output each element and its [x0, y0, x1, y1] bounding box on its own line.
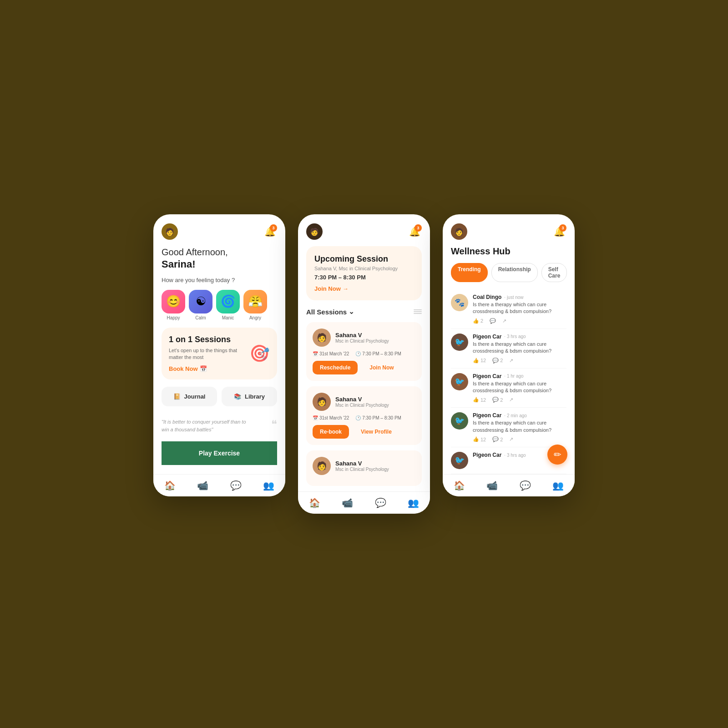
happy-icon: 😊 [162, 290, 185, 313]
comment-action-3[interactable]: 💬 2 [492, 397, 503, 403]
session-card-3: 🧑 Sahana V Msc in Clinical Psychology [306, 450, 422, 486]
play-exercise-button[interactable]: Play Exercise [162, 441, 277, 465]
post-avatar-5: 🐦 [451, 452, 468, 469]
comment-icon-3: 💬 [492, 397, 499, 403]
quote-text: "It is better to conquer yourself than t… [162, 418, 254, 433]
mood-angry[interactable]: 😤 Angry [243, 290, 267, 320]
session-meta-1: 📅 31st March '22 🕐 7:30 PM – 8:30 PM [313, 351, 415, 356]
post-time-3: · 1 hr ago [504, 374, 523, 379]
scroll-icon [414, 309, 422, 314]
post-actions-3: 👍 12 💬 2 ↗ [473, 397, 566, 403]
nav-chat-2[interactable]: 💬 [375, 497, 386, 508]
notification-bell[interactable]: 🔔 3 [263, 224, 277, 239]
upcoming-time: 7:30 PM – 8:30 PM [314, 274, 414, 281]
comment-icon-2: 💬 [492, 358, 499, 364]
post-time-5: · 3 hrs ago [504, 453, 526, 458]
post-text-3: Is there a therapy which can cure crossd… [473, 380, 566, 394]
clock-meta-icon-1: 🕐 7:30 PM – 8:30 PM [355, 351, 401, 356]
sessions-bottom-nav: 🏠 📹 💬 👥 [298, 491, 430, 514]
post-time-4: · 2 min ago [504, 413, 526, 418]
post-avatar-1: 🐾 [451, 294, 468, 311]
mood-happy-label: Happy [167, 315, 180, 320]
notification-bell-3[interactable]: 🔔 3 [552, 224, 566, 239]
share-action-1[interactable]: ↗ [502, 318, 506, 324]
all-sessions-title: All Sessions ⌄ [306, 308, 354, 316]
upcoming-session-card: Upcoming Session Sahana V, Msc in Clinic… [306, 246, 422, 300]
wellness-bottom-nav: 🏠 📹 💬 👥 [443, 474, 575, 496]
how-feeling-label: How are you feeling today ? [162, 277, 277, 283]
post-text-4: Is there a therapy which can cure crossd… [473, 420, 566, 434]
nav-people-2[interactable]: 👥 [408, 497, 419, 508]
tab-self-care[interactable]: Self Care [541, 263, 567, 282]
share-icon-2: ↗ [509, 358, 513, 364]
nav-video-3[interactable]: 📹 [486, 480, 498, 491]
mood-calm-label: Calm [195, 315, 206, 320]
post-actions-4: 👍 12 💬 2 ↗ [473, 436, 566, 442]
notif-badge-2: 3 [415, 224, 422, 232]
thumbs-up-icon: 👍 [473, 318, 479, 324]
sessions-header: 🧑 🔔 3 [306, 223, 422, 240]
therapist-title-1: Msc in Clinical Psychology [335, 339, 389, 344]
comment-action-2[interactable]: 💬 2 [492, 358, 503, 364]
journal-icon: 📔 [173, 393, 181, 400]
thumbs-up-icon-3: 👍 [473, 397, 479, 403]
like-action-2[interactable]: 👍 12 [473, 358, 486, 364]
home-bottom-nav: 🏠 📹 💬 👥 [153, 474, 285, 496]
share-action-3[interactable]: ↗ [509, 397, 513, 403]
arrow-right-icon: → [343, 285, 349, 292]
comment-icon: 💬 [490, 318, 496, 324]
nav-chat-3[interactable]: 💬 [520, 480, 531, 491]
user-avatar[interactable]: 🧑 [162, 223, 178, 240]
greeting-text: Good Afternoon, Sarina! [162, 246, 277, 271]
mood-happy[interactable]: 😊 Happy [162, 290, 185, 320]
notification-bell-2[interactable]: 🔔 3 [407, 224, 422, 239]
library-button[interactable]: 📚 Library [222, 387, 277, 406]
tab-trending[interactable]: Trending [451, 263, 488, 282]
screen-home: 🧑 🔔 3 Good Afternoon, Sarina! How are yo… [153, 214, 285, 496]
nav-home-3[interactable]: 🏠 [454, 480, 465, 491]
share-action-4[interactable]: ↗ [509, 436, 513, 442]
nav-video-2[interactable]: 📹 [342, 497, 353, 508]
compose-fab-button[interactable]: ✏ [547, 445, 567, 465]
user-avatar-3[interactable]: 🧑 [451, 223, 467, 240]
like-action-4[interactable]: 👍 12 [473, 436, 486, 442]
share-action-2[interactable]: ↗ [509, 358, 513, 364]
session-actions-1: Reschedule Join Now [313, 361, 415, 374]
session-meta-2: 📅 31st March '22 🕐 7:30 PM – 8:30 PM [313, 415, 415, 420]
rebook-button-2[interactable]: Re-book [313, 425, 349, 439]
like-action-1[interactable]: 👍 2 [473, 318, 483, 324]
book-now-button[interactable]: Book Now 📅 [169, 365, 249, 372]
comment-action-4[interactable]: 💬 2 [492, 436, 503, 442]
join-now-button-1[interactable]: Join Now [362, 361, 401, 374]
all-sessions-header: All Sessions ⌄ [306, 308, 422, 316]
mood-manic[interactable]: 🌀 Manic [216, 290, 240, 320]
user-avatar-2[interactable]: 🧑 [306, 223, 323, 240]
comment-icon-4: 💬 [492, 436, 499, 442]
post-text-1: Is there a therapy which can cure crossd… [473, 301, 566, 315]
tab-relationship[interactable]: Relationship [491, 263, 538, 282]
mood-calm[interactable]: ☯ Calm [189, 290, 212, 320]
nav-people[interactable]: 👥 [263, 480, 274, 491]
join-now-link[interactable]: Join Now → [314, 285, 414, 292]
calendar-meta-icon-2: 📅 31st March '22 [313, 415, 349, 420]
session-actions-2: Re-book View Profile [313, 425, 415, 439]
view-profile-button-2[interactable]: View Profile [354, 425, 399, 439]
nav-video[interactable]: 📹 [197, 480, 208, 491]
therapist-name-1: Sahana V [335, 332, 389, 339]
post-item-2: 🐦 Pigeon Car · 3 hrs ago Is there a ther… [451, 329, 566, 369]
post-avatar-4: 🐦 [451, 412, 468, 430]
nav-chat[interactable]: 💬 [230, 480, 242, 491]
comment-action-1[interactable]: 💬 [490, 318, 496, 324]
post-username-1: Coal Dingo [473, 294, 501, 300]
nav-home-2[interactable]: 🏠 [309, 497, 320, 508]
journal-button[interactable]: 📔 Journal [162, 387, 217, 406]
nav-home[interactable]: 🏠 [164, 480, 176, 491]
mood-manic-label: Manic [222, 315, 234, 320]
therapist-name-3: Sahana V [335, 460, 389, 467]
like-action-3[interactable]: 👍 12 [473, 397, 486, 403]
nav-people-3[interactable]: 👥 [552, 480, 564, 491]
clock-meta-icon-2: 🕐 7:30 PM – 8:30 PM [355, 415, 401, 420]
chevron-down-icon: ⌄ [349, 308, 354, 316]
journal-label: Journal [184, 393, 206, 400]
reschedule-button-1[interactable]: Reschedule [313, 361, 358, 374]
